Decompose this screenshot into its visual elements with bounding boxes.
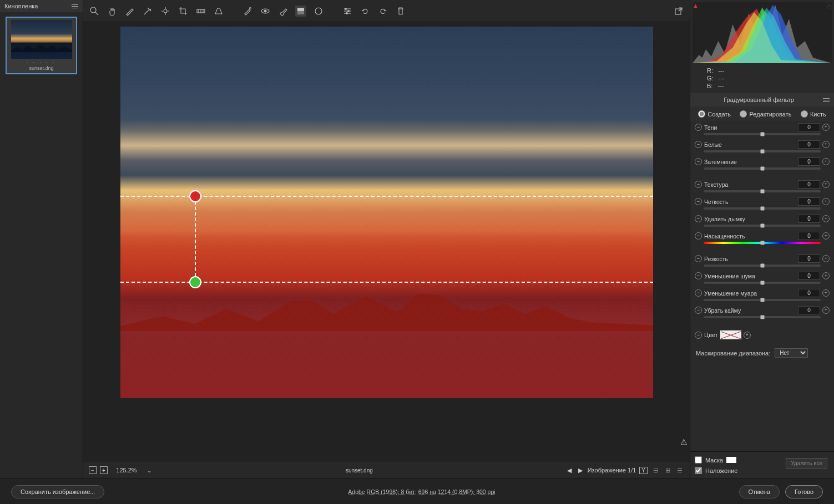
- delete-all-button[interactable]: Удалить все: [786, 458, 827, 469]
- redeye-tool-icon[interactable]: [260, 6, 271, 17]
- blacks-slider[interactable]: [704, 167, 821, 170]
- minus-icon[interactable]: −: [695, 124, 702, 131]
- trash-icon[interactable]: [395, 6, 406, 17]
- clarity-slider[interactable]: [704, 207, 821, 210]
- crop-tool-icon[interactable]: [178, 6, 189, 17]
- done-button[interactable]: Готово: [785, 485, 823, 498]
- minus-icon[interactable]: −: [695, 307, 702, 314]
- whites-value[interactable]: 0: [798, 140, 820, 149]
- noise-slider[interactable]: [704, 282, 821, 284]
- rotate-cw-icon[interactable]: [377, 6, 388, 17]
- view-option-1-icon[interactable]: ⊟: [651, 466, 660, 475]
- before-after-toggle[interactable]: Y: [639, 467, 648, 474]
- minus-icon[interactable]: −: [695, 232, 702, 240]
- adjustment-brush-icon[interactable]: [277, 6, 289, 17]
- open-external-icon[interactable]: [673, 6, 684, 17]
- minus-icon[interactable]: −: [695, 158, 702, 165]
- range-mask-select[interactable]: Нет: [775, 348, 808, 358]
- minus-icon[interactable]: −: [695, 255, 702, 262]
- shadow-clip-icon[interactable]: ▲: [693, 2, 698, 8]
- plus-icon[interactable]: +: [822, 124, 830, 131]
- image-counter: Изображение 1/1: [588, 467, 636, 474]
- straighten-tool-icon[interactable]: [195, 6, 206, 17]
- histogram[interactable]: ▲ ▲: [693, 2, 832, 63]
- plus-icon[interactable]: +: [744, 332, 751, 339]
- transform-tool-icon[interactable]: [213, 6, 224, 17]
- clarity-value[interactable]: 0: [798, 197, 820, 206]
- mode-brush[interactable]: Кисть: [801, 110, 826, 118]
- zoom-tool-icon[interactable]: [89, 6, 100, 17]
- dehaze-value[interactable]: 0: [798, 215, 820, 223]
- plus-icon[interactable]: +: [822, 215, 830, 222]
- gradient-handle-end[interactable]: [189, 276, 201, 288]
- hand-tool-icon[interactable]: [107, 6, 118, 17]
- save-image-button[interactable]: Сохранить изображение...: [11, 485, 104, 498]
- clipping-warning-icon[interactable]: ⚠: [680, 437, 688, 446]
- blacks-value[interactable]: 0: [798, 157, 820, 166]
- fringe-slider[interactable]: [704, 316, 821, 318]
- graduated-filter-icon[interactable]: [295, 6, 306, 17]
- color-swatch[interactable]: [720, 330, 741, 339]
- minus-icon[interactable]: −: [695, 272, 702, 279]
- plus-icon[interactable]: +: [822, 307, 830, 314]
- targeted-adjust-icon[interactable]: [160, 6, 171, 17]
- zoom-out-icon[interactable]: −: [89, 466, 97, 474]
- mask-color-swatch[interactable]: [726, 457, 736, 463]
- filmstrip-menu-icon[interactable]: [72, 4, 78, 8]
- mode-create[interactable]: Создать: [698, 110, 731, 118]
- plus-icon[interactable]: +: [822, 255, 830, 262]
- moire-slider[interactable]: [704, 299, 821, 301]
- minus-icon[interactable]: −: [695, 332, 702, 339]
- preview-image: [120, 27, 653, 398]
- plus-icon[interactable]: +: [822, 181, 830, 188]
- minus-icon[interactable]: −: [695, 198, 702, 205]
- shadows-value[interactable]: 0: [798, 123, 820, 131]
- minus-icon[interactable]: −: [695, 289, 702, 297]
- mode-edit[interactable]: Редактировать: [740, 110, 791, 118]
- thumbnail-selected[interactable]: • • • • • sunset.dng: [6, 17, 77, 74]
- dehaze-slider[interactable]: [704, 225, 821, 227]
- prev-image-icon[interactable]: ◀: [565, 466, 573, 474]
- white-balance-picker-icon[interactable]: [124, 6, 135, 17]
- view-settings-icon[interactable]: ☰: [675, 466, 684, 475]
- minus-icon[interactable]: −: [695, 215, 702, 222]
- plus-icon[interactable]: +: [822, 289, 830, 297]
- panel-menu-icon[interactable]: [823, 98, 830, 102]
- texture-value[interactable]: 0: [798, 180, 820, 189]
- next-image-icon[interactable]: ▶: [577, 466, 584, 474]
- zoom-dropdown-icon[interactable]: ⌄: [145, 466, 153, 474]
- fringe-value[interactable]: 0: [798, 306, 820, 314]
- whites-slider[interactable]: [704, 150, 821, 152]
- saturation-value[interactable]: 0: [798, 232, 820, 240]
- sharpness-value[interactable]: 0: [798, 254, 820, 263]
- plus-icon[interactable]: +: [822, 141, 830, 148]
- svg-point-16: [345, 8, 347, 9]
- plus-icon[interactable]: +: [822, 232, 830, 240]
- noise-value[interactable]: 0: [798, 272, 820, 280]
- spot-removal-icon[interactable]: [242, 6, 253, 17]
- minus-icon[interactable]: −: [695, 141, 702, 148]
- rotate-ccw-icon[interactable]: [360, 6, 371, 17]
- saturation-slider[interactable]: [704, 242, 821, 244]
- plus-icon[interactable]: +: [822, 158, 830, 165]
- footer-info[interactable]: Adobe RGB (1998); 8 бит; 696 на 1214 (0.…: [104, 488, 739, 495]
- plus-icon[interactable]: +: [822, 272, 830, 279]
- view-option-2-icon[interactable]: ⊞: [663, 466, 672, 475]
- moire-value[interactable]: 0: [798, 289, 820, 297]
- canvas-area[interactable]: ⚠: [83, 22, 690, 462]
- zoom-in-icon[interactable]: +: [100, 466, 108, 474]
- radial-filter-icon[interactable]: [313, 6, 324, 17]
- shadows-label: Тени: [704, 124, 796, 131]
- sharpness-slider[interactable]: [704, 264, 821, 267]
- cancel-button[interactable]: Отмена: [739, 485, 780, 498]
- preferences-icon[interactable]: [342, 6, 353, 17]
- color-sampler-icon[interactable]: [142, 6, 153, 17]
- gradient-handle-start[interactable]: [189, 190, 201, 202]
- texture-label: Текстура: [704, 181, 796, 188]
- plus-icon[interactable]: +: [822, 198, 830, 205]
- texture-slider[interactable]: [704, 190, 821, 192]
- shadows-slider[interactable]: [704, 133, 821, 135]
- highlight-clip-icon[interactable]: ▲: [826, 2, 832, 8]
- minus-icon[interactable]: −: [695, 181, 702, 188]
- range-mask-label: Маскирование диапазона:: [696, 350, 770, 357]
